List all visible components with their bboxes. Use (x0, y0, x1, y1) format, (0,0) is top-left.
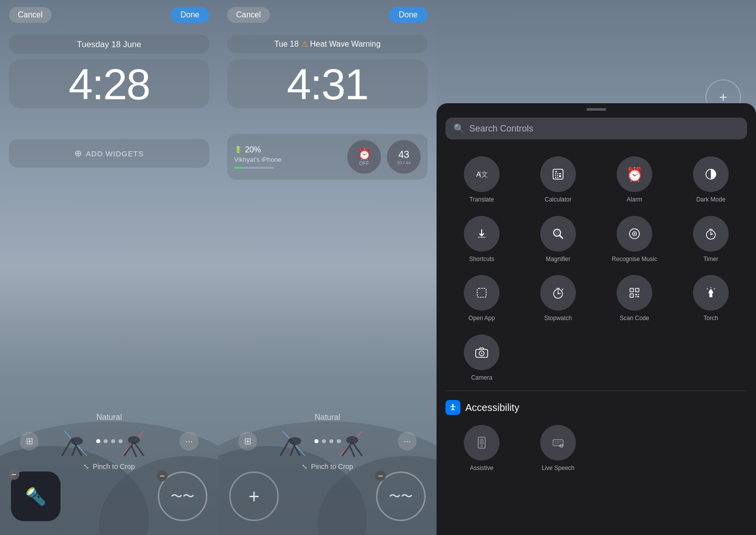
panel2-alarm-widget: ⏰ OFF (347, 140, 381, 174)
svg-rect-37 (555, 175, 556, 176)
svg-rect-71 (710, 289, 712, 291)
control-stopwatch[interactable]: Stopwatch (520, 268, 596, 328)
control-assistive[interactable]: Assistive (443, 418, 520, 477)
panel2-header-text: Tue 18 ⚠ Heat Wave Warning (274, 40, 380, 48)
svg-rect-54 (477, 288, 486, 297)
battery-icon: 🔋 (234, 146, 242, 153)
shortcuts-label: Shortcuts (469, 256, 495, 264)
panel2-gallery-icon[interactable]: ⊞ (238, 432, 257, 451)
panel1-torch-minus[interactable]: − (8, 469, 19, 480)
svg-rect-69 (631, 295, 632, 296)
search-placeholder: Search Controls (469, 124, 739, 134)
torch-label: Torch (703, 315, 718, 323)
stopwatch-label: Stopwatch (544, 315, 572, 323)
panel1-time-box: 4:28 (9, 60, 209, 108)
calculator-label: Calculator (545, 196, 571, 204)
drawer-divider (445, 391, 747, 391)
camera-icon-circle (464, 334, 500, 370)
panel1-date: Tuesday 18 June (77, 40, 141, 49)
panel2-add-control-button[interactable]: + (229, 471, 279, 521)
battery-bar-fill (234, 167, 242, 169)
drawer-handle (586, 108, 606, 111)
add-widgets-label: ADD WIDGETS (86, 149, 144, 158)
panel2-pinch-crop-label: Pinch to Crop (311, 463, 353, 470)
control-camera[interactable]: Camera (443, 328, 520, 387)
svg-line-59 (562, 289, 563, 290)
svg-rect-80 (480, 439, 484, 445)
svg-rect-38 (557, 175, 558, 176)
svg-rect-35 (557, 173, 558, 174)
assistive-icon-circle (464, 425, 500, 461)
control-translate[interactable]: A 文 Translate (443, 149, 520, 209)
dot-p2-2 (322, 439, 326, 443)
panel2-wave-icon: 〜〜 (389, 488, 413, 504)
svg-rect-82 (553, 440, 563, 446)
control-magnifier[interactable]: Magnifier (520, 209, 596, 268)
control-recognise-music[interactable]: Recognise Music (596, 209, 673, 268)
panel1-gallery-icon[interactable]: ⊞ (20, 432, 39, 451)
translate-icon-circle: A 文 (464, 156, 500, 192)
panel1-cancel-button[interactable]: Cancel (9, 7, 52, 23)
plus-icon: ⊕ (74, 148, 82, 159)
dot-p2-4 (337, 439, 341, 443)
device-name: Vikhyat's iPhone (234, 156, 341, 163)
svg-rect-64 (638, 294, 639, 295)
dot-p2-1 (315, 439, 318, 443)
panel1-torch-button[interactable]: − 🔦 (11, 471, 61, 521)
panel2-voice-button[interactable]: − 〜〜 (376, 471, 426, 521)
control-live-speech[interactable]: Live Speech (520, 418, 596, 477)
control-alarm[interactable]: ⏰ Alarm (596, 149, 673, 209)
timer-icon-circle (693, 216, 729, 252)
svg-line-74 (714, 288, 715, 289)
panel1-bottom-icons-row: ⊞ ··· (0, 432, 218, 451)
panel1-done-button[interactable]: Done (171, 7, 209, 23)
controls-drawer: 🔍 Search Controls A 文 Translate (437, 103, 756, 535)
control-torch[interactable]: Torch (673, 268, 749, 328)
control-dark-mode[interactable]: Dark Mode (673, 149, 749, 209)
panel1-voice-button[interactable]: − 〜〜 (158, 471, 207, 521)
pinch-crop-label: Pinch to Crop (93, 463, 135, 470)
panel2-cancel-button[interactable]: Cancel (227, 7, 270, 23)
temp-range: 30 / 44 (397, 160, 411, 165)
panel1-wave-icon: 〜〜 (171, 488, 194, 504)
panel2-header-box: Tue 18 ⚠ Heat Wave Warning (227, 35, 428, 53)
panel2-done-button[interactable]: Done (389, 7, 428, 23)
panel-1: Cancel Done Tuesday 18 June 4:28 ⊕ ADD W… (0, 0, 218, 535)
alarm-off-label: OFF (359, 161, 369, 166)
control-open-app[interactable]: Open App (443, 268, 520, 328)
panel2-more-icon[interactable]: ··· (398, 432, 417, 451)
panel1-add-widgets-box[interactable]: ⊕ ADD WIDGETS (9, 139, 209, 168)
accessibility-icon (445, 400, 460, 415)
control-timer[interactable]: Timer (673, 209, 749, 268)
panel2-dot-row (315, 439, 341, 443)
torch-icon-circle (693, 275, 729, 311)
search-bar[interactable]: 🔍 Search Controls (445, 118, 747, 139)
scan-code-label: Scan Code (620, 315, 649, 323)
control-calculator[interactable]: Calculator (520, 149, 596, 209)
panel2-crop-icon: ⤡ (302, 463, 308, 470)
recognise-music-label: Recognise Music (612, 256, 657, 264)
panel2-voice-minus[interactable]: − (375, 470, 386, 481)
svg-point-77 (481, 352, 483, 354)
panel2-time-box: 4:31 (227, 60, 428, 108)
svg-rect-63 (635, 294, 637, 295)
panel1-voice-minus[interactable]: − (157, 470, 168, 481)
translate-label: Translate (469, 196, 494, 204)
control-shortcuts[interactable]: Shortcuts (443, 209, 520, 268)
panel1-date-box: Tuesday 18 June (9, 35, 209, 54)
control-scan-code[interactable]: Scan Code (596, 268, 673, 328)
panel1-more-icon[interactable]: ··· (180, 432, 198, 451)
warning-icon: ⚠ (301, 40, 310, 48)
dot-3 (111, 439, 115, 443)
panel2-add-icon: + (249, 486, 259, 507)
magnifier-label: Magnifier (546, 256, 570, 264)
panel2-bottom-controls: + − 〜〜 (218, 471, 437, 521)
panel2-widgets-row: 🔋 20% Vikhyat's iPhone ⏰ OFF 43 30 / 44 (227, 134, 428, 180)
alarm-label: Alarm (627, 196, 642, 204)
panel2-bottom-icons-row: ⊞ ··· (218, 432, 437, 451)
svg-rect-40 (555, 177, 556, 178)
svg-rect-67 (631, 290, 632, 290)
controls-grid: A 文 Translate (437, 149, 756, 387)
svg-point-46 (556, 231, 559, 234)
panel1-time: 4:28 (9, 63, 209, 106)
